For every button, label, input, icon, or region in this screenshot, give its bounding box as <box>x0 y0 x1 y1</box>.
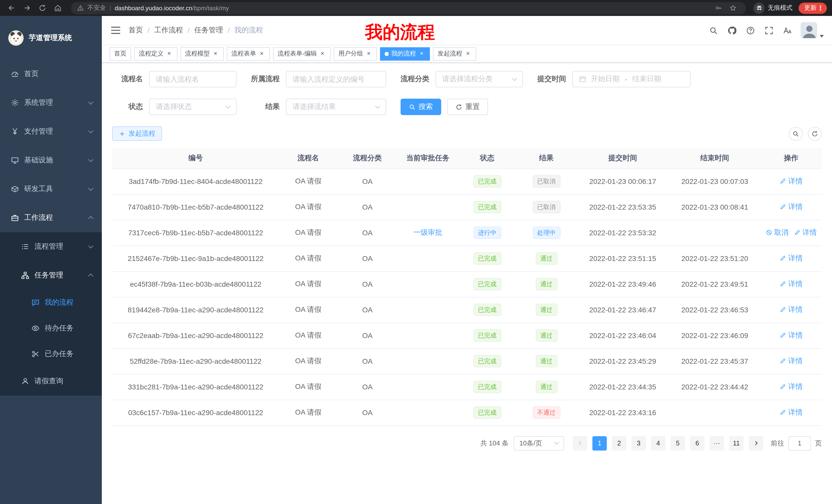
github-icon[interactable] <box>727 25 737 35</box>
sidebar-item-label: 任务管理 <box>34 271 63 280</box>
category-cell: OA <box>337 169 397 194</box>
tab-close-icon[interactable]: × <box>464 50 471 57</box>
tab-close-icon[interactable]: × <box>319 50 326 57</box>
cancel-link[interactable]: 取消 <box>765 228 788 237</box>
reset-button[interactable]: 重置 <box>447 99 488 115</box>
result-cell: 通过 <box>516 271 576 297</box>
sidebar-item-todo-task[interactable]: 待办任务 <box>0 315 102 341</box>
sidebar-item-label: 基础设施 <box>24 156 53 165</box>
sidebar-item-workflow[interactable]: 工作流程 <box>0 203 102 232</box>
detail-link[interactable]: 详情 <box>780 382 803 391</box>
sidebar-item-payment-management[interactable]: 支付管理 <box>0 117 102 146</box>
status-select[interactable]: 请选择状态 <box>149 99 237 115</box>
sidebar-item-infrastructure[interactable]: 基础设施 <box>0 146 102 175</box>
prev-page-button[interactable] <box>573 436 587 450</box>
refresh-table-button[interactable] <box>808 127 822 141</box>
sidebar-item-my-process[interactable]: 我的流程 <box>0 290 102 315</box>
detail-link[interactable]: 详情 <box>780 202 803 212</box>
tab-item[interactable]: 流程定义× <box>134 47 177 60</box>
url-domain[interactable]: dashboard.yudao.iocoder.cn <box>115 4 192 11</box>
address-bar[interactable]: 不安全 dashboard.yudao.iocoder.cn/bpm/task/… <box>71 2 746 14</box>
key-icon[interactable] <box>715 4 723 11</box>
detail-link[interactable]: 详情 <box>794 228 817 237</box>
user-avatar[interactable] <box>801 22 817 38</box>
sidebar-item-home[interactable]: 首页 <box>0 60 102 88</box>
goto-page-input[interactable] <box>788 436 811 450</box>
breadcrumb-item[interactable]: 首页 <box>129 26 143 35</box>
page-button-3[interactable]: 3 <box>631 436 646 450</box>
column-header: 状态 <box>458 148 516 169</box>
next-page-button[interactable] <box>749 436 763 450</box>
breadcrumb-item[interactable]: 工作流程 <box>154 26 183 35</box>
process-name-input[interactable] <box>149 71 237 87</box>
app-logo-row[interactable]: 芋道管理系统 <box>0 16 102 60</box>
tab-close-icon[interactable]: × <box>212 50 219 57</box>
toggle-search-button[interactable] <box>789 127 803 141</box>
pagination-ellipsis[interactable]: ··· <box>710 436 724 450</box>
font-size-icon[interactable] <box>782 25 792 35</box>
process-definition-label: 所属流程 <box>251 75 280 84</box>
tab-item[interactable]: 流程模型× <box>181 47 224 60</box>
tab-item[interactable]: 首页 <box>109 47 131 60</box>
detail-link[interactable]: 详情 <box>780 254 803 263</box>
tab-label: 流程模型 <box>185 49 210 58</box>
page-button-6[interactable]: 6 <box>690 436 704 450</box>
result-select[interactable]: 请选择流结果 <box>286 99 386 115</box>
search-button[interactable]: 搜索 <box>400 99 441 115</box>
category-placeholder: 请选择流程分类 <box>442 75 493 84</box>
id-cell: 67c2eaab-7b9a-11ec-a290-acde48001122 <box>112 323 279 348</box>
sidebar-item-process-management[interactable]: 流程管理 <box>0 232 102 261</box>
back-icon[interactable] <box>5 2 18 14</box>
update-button[interactable]: 更新 ⋮ <box>799 2 827 13</box>
date-range-picker[interactable]: 开始日期 - 结束日期 <box>572 71 691 87</box>
page-button-4[interactable]: 4 <box>651 436 666 450</box>
tab-close-icon[interactable]: × <box>165 50 173 57</box>
column-header: 流程分类 <box>337 148 397 169</box>
detail-link[interactable]: 详情 <box>780 408 803 417</box>
bookmark-star-icon[interactable] <box>730 4 737 11</box>
sidebar-item-task-management[interactable]: 任务管理 <box>0 261 102 290</box>
tab-item[interactable]: 流程表单-编辑× <box>273 47 331 60</box>
sidebar-item-system-management[interactable]: 系统管理 <box>0 88 102 117</box>
detail-link[interactable]: 详情 <box>780 305 803 314</box>
process-definition-input[interactable] <box>286 71 386 87</box>
detail-link[interactable]: 详情 <box>780 177 803 186</box>
tab-item[interactable]: 用户分组× <box>334 47 377 60</box>
detail-link[interactable]: 详情 <box>780 331 803 340</box>
detail-label: 详情 <box>788 408 803 417</box>
task-link[interactable]: 一级审批 <box>413 228 442 237</box>
browser-menu-icon[interactable]: ⋮ <box>816 4 824 12</box>
tab-item[interactable]: 发起流程× <box>433 47 476 60</box>
detail-link[interactable]: 详情 <box>780 279 803 289</box>
page-size-select[interactable]: 10条/页 <box>514 436 564 450</box>
tab-item[interactable]: 流程表单× <box>227 47 270 60</box>
page-button-2[interactable]: 2 <box>612 436 626 450</box>
refresh-icon[interactable] <box>36 2 48 14</box>
detail-link[interactable]: 详情 <box>780 357 803 366</box>
security-label[interactable]: 不安全 <box>87 4 106 12</box>
avatar-caret-icon[interactable] <box>820 35 824 37</box>
help-icon[interactable] <box>745 25 755 35</box>
category-select[interactable]: 请选择流程分类 <box>436 71 523 87</box>
page-button-11[interactable]: 11 <box>729 436 744 450</box>
breadcrumb: 首页/工作流程/任务管理/我的流程 <box>129 26 263 35</box>
incognito-badge[interactable]: 无痕模式 <box>753 2 792 13</box>
forward-icon[interactable] <box>21 2 33 14</box>
page-button-5[interactable]: 5 <box>671 436 685 450</box>
tab-close-icon[interactable]: × <box>418 50 425 57</box>
process-name-cell: OA 请假 <box>279 374 337 400</box>
tab-close-icon[interactable]: × <box>258 50 265 57</box>
page-button-1[interactable]: 1 <box>592 436 607 450</box>
sidebar-collapse-button[interactable] <box>110 25 121 36</box>
tab-close-icon[interactable]: × <box>365 50 372 57</box>
url-path[interactable]: /bpm/task/my <box>192 4 229 11</box>
home-icon[interactable] <box>51 2 64 14</box>
sidebar-item-leave-query[interactable]: 请假查询 <box>0 367 102 396</box>
create-process-button[interactable]: 发起流程 <box>112 127 162 141</box>
search-icon[interactable] <box>708 25 718 35</box>
fullscreen-icon[interactable] <box>763 25 774 35</box>
breadcrumb-item[interactable]: 任务管理 <box>194 26 223 35</box>
sidebar-item-done-task[interactable]: 已办任务 <box>0 341 102 367</box>
sidebar-item-dev-tools[interactable]: 研发工具 <box>0 175 102 203</box>
tab-item[interactable]: 我的流程× <box>380 47 430 60</box>
